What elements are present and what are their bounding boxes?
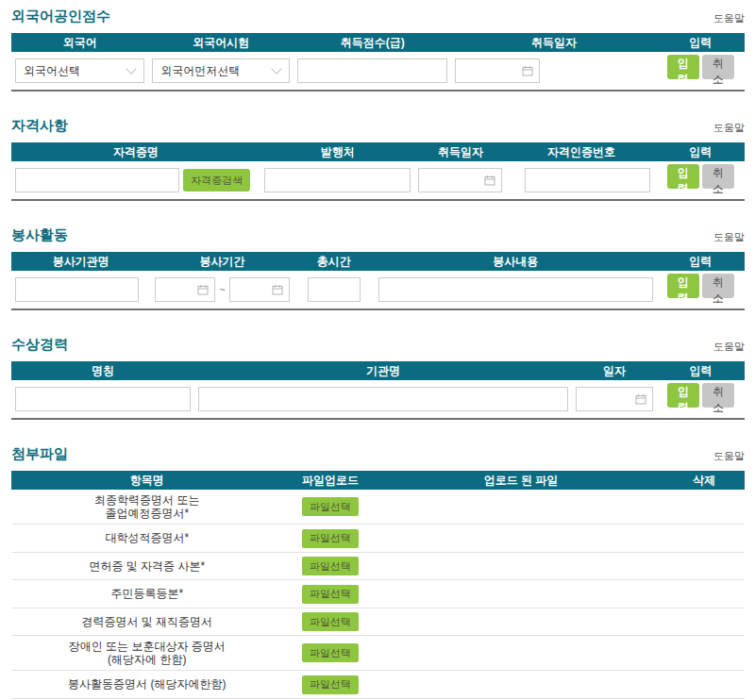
delete-cell — [664, 608, 746, 636]
attachment-row: 주민등록등본* 파일선택 — [11, 580, 745, 608]
attachment-row: 봉사활동증명서 (해당자에한함) 파일선택 — [11, 671, 745, 699]
cancel-button[interactable]: 취소 — [702, 274, 734, 298]
section-qualifications: 자격사항 도움말 자격증명 발행처 취득일자 자격인증번호 입력 자격증검색 — [11, 117, 745, 201]
column-header: 봉사기관명 — [11, 252, 151, 271]
column-header: 봉사내용 — [375, 252, 657, 271]
file-select-button[interactable]: 파일선택 — [302, 497, 359, 516]
uploaded-file-cell — [378, 636, 663, 671]
score-input[interactable] — [297, 58, 447, 83]
award-date-input[interactable] — [576, 387, 652, 411]
delete-cell — [664, 552, 746, 580]
section-awards: 수상경력 도움말 명칭 기관명 일자 입력 — [11, 336, 745, 420]
uploaded-file-cell — [378, 608, 663, 636]
column-header: 명칭 — [11, 361, 194, 380]
award-org-input[interactable] — [198, 387, 568, 411]
attachment-label: 주민등록등본* — [11, 580, 282, 608]
form-page: 외국어공인점수 도움말 외국어 외국어시험 취득점수(급) 취득일자 입력 외국… — [0, 0, 755, 700]
file-select-button[interactable]: 파일선택 — [302, 675, 359, 694]
attachment-row: 최종학력증명서 또는 졸업예정증명서* 파일선택 — [11, 490, 745, 525]
certificate-number-input[interactable] — [525, 168, 650, 192]
column-header: 외국어 — [11, 33, 148, 52]
chevron-down-icon — [271, 63, 281, 74]
submit-button[interactable]: 입력 — [667, 164, 699, 189]
column-header: 외국어시험 — [148, 33, 294, 52]
help-link[interactable]: 도움말 — [713, 11, 745, 25]
file-select-button[interactable]: 파일선택 — [302, 529, 359, 548]
column-header: 파일업로드 — [282, 471, 378, 490]
file-select-button[interactable]: 파일선택 — [302, 585, 359, 604]
column-header: 자격증명 — [11, 142, 260, 161]
column-header: 발행처 — [260, 142, 414, 161]
attachment-label: 대학성적증명서* — [11, 525, 282, 553]
delete-cell — [664, 636, 746, 671]
submit-button[interactable]: 입력 — [667, 55, 699, 79]
attachment-row: 경력증명서 및 재직증명서 파일선택 — [11, 608, 745, 636]
attachment-label: 면허증 및 자격증 사본* — [11, 552, 282, 580]
column-header: 자격인증번호 — [506, 142, 656, 161]
attachment-label: 최종학력증명서 또는 졸업예정증명서* — [11, 490, 282, 525]
cancel-button[interactable]: 취소 — [702, 55, 734, 79]
issuer-input[interactable] — [264, 168, 411, 192]
help-link[interactable]: 도움말 — [713, 121, 745, 134]
section-title-attachments: 첨부파일 — [11, 445, 68, 462]
chevron-down-icon — [126, 63, 137, 74]
uploaded-file-cell — [378, 525, 663, 553]
file-select-button[interactable]: 파일선택 — [302, 643, 359, 662]
attachments-table: 항목명 파일업로드 업로드 된 파일 삭제 최종학력증명서 또는 졸업예정증명서… — [11, 471, 745, 700]
help-link[interactable]: 도움말 — [713, 449, 745, 462]
section-title-awards: 수상경력 — [11, 336, 68, 353]
attachment-row: 면허증 및 자격증 사본* 파일선택 — [11, 552, 745, 580]
column-header: 취득일자 — [451, 33, 657, 52]
section-title-qualifications: 자격사항 — [11, 117, 68, 134]
submit-button[interactable]: 입력 — [667, 274, 699, 298]
column-header: 입력 — [657, 33, 745, 52]
uploaded-file-cell — [378, 580, 663, 608]
uploaded-file-cell — [378, 552, 663, 580]
language-test-select[interactable]: 외국어먼저선택 — [152, 58, 290, 83]
column-header: 입력 — [657, 252, 745, 271]
cancel-button[interactable]: 취소 — [702, 383, 734, 408]
column-header: 입력 — [657, 142, 745, 161]
column-header: 일자 — [572, 361, 656, 380]
attachment-row: 장애인 또는 보훈대상자 증명서 (해당자에 한함) 파일선택 — [11, 636, 745, 671]
acquired-date-input[interactable] — [455, 58, 540, 83]
certificate-search-button[interactable]: 자격증검색 — [183, 169, 250, 192]
language-test-select-value: 외국어먼저선택 — [160, 63, 240, 79]
language-select[interactable]: 외국어선택 — [15, 58, 144, 83]
section-title-volunteer: 봉사활동 — [11, 226, 68, 243]
award-name-input[interactable] — [15, 387, 191, 411]
volunteer-description-input[interactable] — [378, 277, 653, 302]
column-header: 입력 — [657, 361, 745, 380]
attachment-label: 봉사활동증명서 (해당자에한함) — [11, 671, 282, 699]
foreign-language-table: 외국어 외국어시험 취득점수(급) 취득일자 입력 외국어선택 외국어먼저선택 — [11, 33, 745, 92]
column-header: 삭제 — [664, 471, 746, 490]
attachment-label: 경력증명서 및 재직증명서 — [11, 608, 282, 636]
language-select-value: 외국어선택 — [24, 63, 80, 79]
column-header: 취득점수(급) — [294, 33, 451, 52]
volunteer-org-input[interactable] — [15, 277, 139, 302]
delete-cell — [664, 490, 746, 525]
submit-button[interactable]: 입력 — [667, 383, 699, 408]
total-hours-input[interactable] — [308, 277, 361, 302]
uploaded-file-cell — [378, 671, 663, 699]
acquired-date-input[interactable] — [418, 168, 502, 192]
uploaded-file-cell — [378, 490, 663, 525]
column-header: 취득일자 — [414, 142, 506, 161]
attachment-label: 장애인 또는 보훈대상자 증명서 (해당자에 한함) — [11, 636, 282, 671]
file-select-button[interactable]: 파일선택 — [302, 557, 359, 575]
volunteer-table: 봉사기관명 봉사기간 총시간 봉사내용 입력 ~ — [11, 252, 745, 310]
file-select-button[interactable]: 파일선택 — [302, 612, 359, 631]
help-link[interactable]: 도움말 — [713, 340, 745, 353]
delete-cell — [664, 671, 746, 699]
volunteer-start-date-input[interactable] — [155, 277, 216, 302]
column-header: 업로드 된 파일 — [378, 471, 663, 490]
delete-cell — [664, 525, 746, 553]
help-link[interactable]: 도움말 — [713, 230, 745, 243]
section-foreign-language-scores: 외국어공인점수 도움말 외국어 외국어시험 취득점수(급) 취득일자 입력 외국… — [11, 8, 745, 92]
volunteer-end-date-input[interactable] — [229, 277, 291, 302]
attachment-row: 대학성적증명서* 파일선택 — [11, 525, 745, 553]
section-title-foreign-language: 외국어공인점수 — [11, 8, 110, 25]
column-header: 기관명 — [194, 361, 572, 380]
cancel-button[interactable]: 취소 — [702, 164, 734, 189]
certificate-name-input[interactable] — [15, 168, 179, 192]
